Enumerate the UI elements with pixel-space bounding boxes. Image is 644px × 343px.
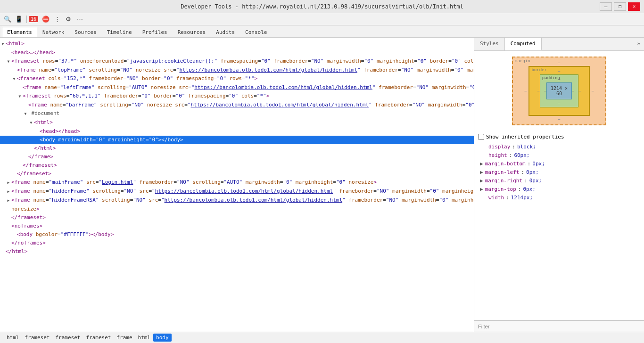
dom-line: #document [0,109,474,118]
dom-line: <noframes> [0,222,474,230]
padding-right-value: − [572,89,574,93]
window-controls: — ❐ ✕ [600,2,640,11]
dom-line: </frame> [0,153,474,161]
dom-line: </frameset> [0,161,474,170]
toolbar-separator [26,16,27,23]
breadcrumb-html[interactable]: html [4,334,22,342]
dom-line: <frame name="topFrame" scrolling="NO" no… [0,66,474,74]
tab-timeline[interactable]: Timeline [102,27,137,37]
dom-line: </frameset> [0,213,474,222]
restore-button[interactable]: ❐ [614,2,626,11]
tab-console[interactable]: Console [240,27,272,37]
dom-line: </noframes> [0,239,474,247]
dom-line: <head>…</head> [0,49,474,57]
inherited-checkbox[interactable] [478,134,484,140]
close-button[interactable]: ✕ [628,2,640,11]
style-margin-bottom: ▶ margin-bottom : 0px; [478,160,640,168]
minimize-button[interactable]: — [600,2,612,11]
settings-icon-button[interactable]: ⚙ [63,14,74,24]
dom-line: </html> [0,247,474,256]
filter-bar [474,320,644,332]
dom-panel[interactable]: <html> <head>…</head> <frameset rows="37… [0,38,474,332]
dom-line: <frame name="hiddenFrame" scrolling="NO"… [0,187,474,196]
tab-audits[interactable]: Audits [211,27,240,37]
margin-bottom-value: − [524,116,594,122]
nav-tabs: Elements Network Sources Timeline Profil… [0,25,644,38]
dom-line: <head></head> [0,127,474,136]
right-panel-tabs: Styles Computed » [474,38,644,51]
styles-panel: Show inherited properties display : bloc… [474,131,644,320]
dom-line: <frame name="mainFrame" src="Login.html"… [0,178,474,187]
dom-line: </html> [0,144,474,153]
inherited-label: Show inherited properties [486,134,564,140]
dom-line: </frameset> [0,170,474,178]
filter-input[interactable] [478,324,640,329]
main-area: <html> <head>…</head> <frameset rows="37… [0,38,644,332]
tab-resources[interactable]: Resources [173,27,211,37]
more-icon-button[interactable]: ⋮ [51,14,63,24]
title-bar: Developer Tools - http://www.royaloil.nl… [0,0,644,13]
dom-line: <frame name="barFrame" scrolling="NO" no… [0,101,474,109]
style-margin-top: ▶ margin-top : 0px; [478,185,640,194]
window-title: Developer Tools - http://www.royaloil.nl… [181,3,463,10]
dom-line: noresize> [0,205,474,213]
toolbar: 🔍 📱 16 ⛔ ⋮ ⚙ ⋯ [0,13,644,25]
style-width: width : 1214px; [478,194,640,202]
dom-line: <body bgcolor="#FFFFFF"></body> [0,230,474,239]
tab-sources[interactable]: Sources [69,27,101,37]
margin-top-value: − [524,60,594,66]
dom-line: <frameset rows="37,*" onbeforeunload="ja… [0,57,474,66]
margin-left-value: − [524,89,527,93]
padding-label: padding [542,75,560,80]
border-bottom-value: − [537,107,581,113]
breadcrumb-frameset1[interactable]: frameset [22,334,53,342]
content-size: 1214 × 60 [546,82,571,99]
tab-computed[interactable]: Computed [505,38,542,50]
right-panel: Styles Computed » margin − − border − − [474,38,644,332]
expand-icon[interactable]: » [633,38,644,50]
tab-profiles[interactable]: Profiles [137,27,173,37]
right-panel-filter [474,320,644,332]
breadcrumb-body[interactable]: body [153,334,172,342]
style-display: display : block; [478,143,640,151]
dom-line: <frame name="hiddenFrameRSA" scrolling="… [0,196,474,205]
border-right-value: − [578,89,581,93]
margin-label: margin [515,58,530,63]
tab-styles[interactable]: Styles [474,38,505,50]
scripts-icon-button[interactable]: ⛔ [40,14,51,24]
dom-line: <frameset cols="152,*" frameborder="NO" … [0,74,474,83]
breadcrumb-html2[interactable]: html [135,334,154,342]
breadcrumb: html frameset frameset frameset frame ht… [0,332,644,343]
border-label: border [531,67,547,72]
dom-line: <frame name="leftFrame" scrolling="AUTO"… [0,83,474,92]
tab-network[interactable]: Network [37,27,69,37]
margin-right-value: − [592,89,594,93]
style-margin-right: ▶ margin-right : 0px; [478,177,640,185]
breadcrumb-frameset3[interactable]: frameset [83,334,114,342]
selected-dom-line: <body marginwidth="0" marginheight="0"><… [0,136,474,144]
inherited-props-row: Show inherited properties [478,134,640,140]
dom-line: <html> [0,40,474,49]
breadcrumb-frameset2[interactable]: frameset [52,334,83,342]
style-height: height : 60px; [478,151,640,160]
dom-line: <html> [0,118,474,127]
padding-bottom-value: − [544,99,574,105]
device-icon-button[interactable]: 📱 [13,14,25,24]
error-count-badge: 16 [29,16,38,22]
tab-elements[interactable]: Elements [2,27,37,37]
search-icon-button[interactable]: 🔍 [2,14,13,24]
dom-line: <frameset rows="60,*,1,1" frameborder="0… [0,92,474,101]
breadcrumb-frame[interactable]: frame [114,334,135,342]
box-model: margin − − border − − padding − [474,51,644,131]
overflow-icon-button[interactable]: ⋯ [74,14,85,24]
style-margin-left: ▶ margin-left : 0px; [478,168,640,177]
